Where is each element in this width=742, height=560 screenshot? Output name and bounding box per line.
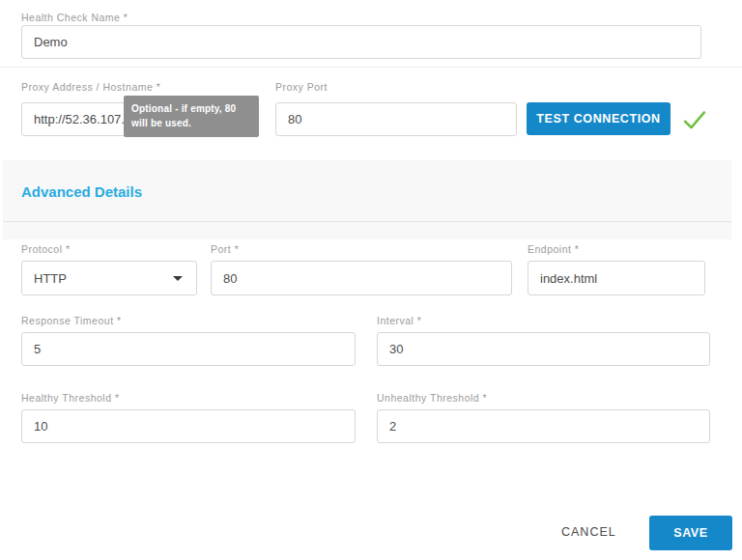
healthy-threshold-input[interactable] — [21, 409, 356, 443]
test-connection-button[interactable]: TEST CONNECTION — [527, 102, 671, 135]
protocol-select[interactable]: HTTP — [21, 261, 197, 295]
port-label: Port * — [211, 243, 239, 255]
check-icon — [681, 106, 708, 133]
interval-label: Interval * — [377, 315, 421, 326]
protocol-selected-value: HTTP — [34, 271, 67, 286]
cancel-button[interactable]: CANCEL — [556, 524, 622, 540]
unhealthy-threshold-label: Unhealthy Threshold * — [377, 392, 487, 404]
proxy-address-label: Proxy Address / Hostname * — [21, 81, 160, 93]
health-check-name-label: Health Check Name * — [21, 12, 128, 23]
advanced-details-divider — [3, 221, 731, 222]
health-check-name-input[interactable] — [21, 25, 701, 59]
advanced-details-panel: Advanced Details — [3, 160, 731, 239]
healthy-threshold-label: Healthy Threshold * — [21, 392, 120, 404]
proxy-port-label: Proxy Port — [275, 81, 328, 93]
endpoint-input[interactable] — [528, 261, 705, 295]
proxy-port-input[interactable] — [275, 102, 517, 136]
interval-input[interactable] — [377, 332, 710, 366]
advanced-details-heading: Advanced Details — [21, 183, 142, 200]
response-timeout-label: Response Timeout * — [21, 315, 122, 326]
response-timeout-input[interactable] — [21, 332, 356, 366]
section-divider — [0, 67, 742, 68]
proxy-port-tooltip: Optional - if empty, 80 will be used. — [124, 96, 259, 137]
unhealthy-threshold-input[interactable] — [377, 409, 710, 443]
port-input[interactable] — [211, 261, 512, 295]
protocol-label: Protocol * — [21, 243, 71, 255]
save-button[interactable]: SAVE — [649, 516, 732, 550]
health-check-form: Health Check Name * Proxy Address / Host… — [0, 0, 742, 560]
endpoint-label: Endpoint * — [528, 243, 579, 255]
chevron-down-icon — [173, 276, 183, 281]
